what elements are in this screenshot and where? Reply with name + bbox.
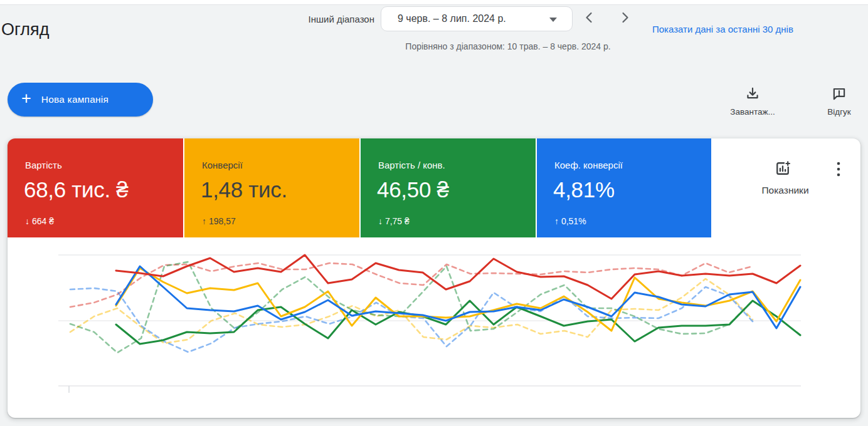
chevron-right-icon: [617, 10, 632, 28]
metrics-panel-label: Показники: [729, 185, 842, 196]
chart-line-previous: [70, 263, 753, 307]
overview-line-chart: [8, 232, 860, 418]
chevron-down-icon: [549, 18, 557, 22]
previous-range-button[interactable]: [578, 8, 601, 30]
metric-card-conversion-rate[interactable]: Коеф. конверсії 4,81% ↑ 0,51%: [537, 138, 711, 237]
metric-value: 68,6 тис. ₴: [24, 177, 129, 202]
show-last-30-days-link[interactable]: Показати дані за останні 30 днів: [652, 24, 793, 34]
download-icon: [744, 85, 761, 104]
feedback-label: Відгук: [827, 107, 850, 117]
next-range-button[interactable]: [613, 8, 636, 30]
chart-line-previous: [70, 279, 753, 343]
chart-line-current: [116, 255, 800, 299]
chart-line-current: [116, 301, 800, 344]
feedback-button[interactable]: Відгук: [814, 85, 864, 117]
chart-line-previous: [70, 262, 753, 353]
metric-delta: ↑ 198,57: [202, 216, 236, 226]
metric-label: Вартість: [25, 160, 62, 170]
metric-value: 46,50 ₴: [377, 177, 449, 202]
new-campaign-label: Нова кампанія: [41, 94, 109, 105]
metric-card-cost-per-conversion[interactable]: Вартість / конв. 46,50 ₴ ↓ 7,75 ₴: [361, 138, 536, 237]
metric-delta: ↓ 7,75 ₴: [378, 216, 410, 226]
metric-value: 4,81%: [553, 177, 615, 202]
chevron-left-icon: [582, 10, 597, 28]
metrics-header-area: Показники: [711, 138, 860, 237]
metric-label: Конверсії: [202, 160, 243, 170]
page-title: Огляд: [1, 20, 49, 39]
browser-edge-strip: [0, 0, 868, 5]
date-range-selector[interactable]: 9 черв. – 8 лип. 2024 р.: [381, 6, 573, 31]
add-metric-button[interactable]: [774, 160, 793, 179]
three-dot-menu-icon: [837, 161, 840, 177]
feedback-icon: [831, 85, 847, 104]
plus-icon: +: [21, 90, 31, 107]
metric-card-conversions[interactable]: Конверсії 1,48 тис. ↑ 198,57: [184, 138, 359, 237]
more-options-button[interactable]: [832, 161, 845, 177]
comparison-range-text: Порівняно з діапазоном: 10 трав. – 8 чер…: [351, 41, 665, 51]
metric-label: Вартість / конв.: [378, 160, 445, 170]
overview-card-panel: Вартість 68,6 тис. ₴ ↓ 664 ₴ Конверсії 1…: [8, 138, 860, 418]
download-label: Завантаж...: [730, 107, 775, 117]
add-chart-icon: [774, 169, 791, 179]
date-range-value: 9 черв. – 8 лип. 2024 р.: [398, 13, 506, 24]
metric-label: Коеф. конверсії: [554, 160, 623, 170]
metric-delta: ↑ 0,51%: [554, 216, 586, 226]
metric-value: 1,48 тис.: [201, 177, 287, 202]
new-campaign-button[interactable]: + Нова кампанія: [8, 83, 153, 117]
metric-card-cost[interactable]: Вартість 68,6 тис. ₴ ↓ 664 ₴: [8, 138, 183, 237]
date-range-label: Інший діапазон: [263, 14, 374, 24]
metric-delta: ↓ 664 ₴: [25, 216, 54, 226]
download-button[interactable]: Завантаж...: [722, 85, 783, 117]
